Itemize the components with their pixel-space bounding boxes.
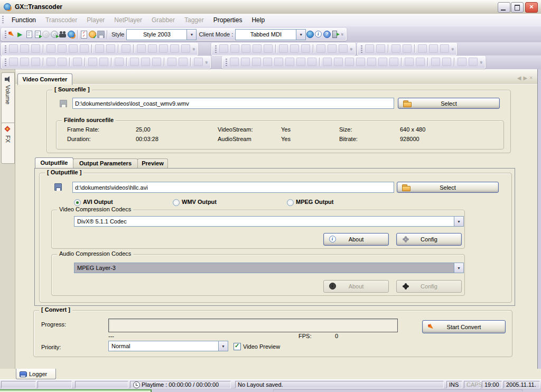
shield-check-icon[interactable]	[88, 30, 97, 39]
document-icon[interactable]	[25, 30, 33, 39]
tab-preview[interactable]: Preview	[137, 158, 168, 169]
audiostream-label: AudioStream	[218, 136, 251, 142]
style-label: Style	[109, 31, 126, 38]
sourcefile-select-button[interactable]: Select	[398, 98, 500, 109]
priority-dropdown-arrow-icon[interactable]: ▼	[218, 341, 228, 351]
menu-netplayer[interactable]: NetPlayer	[109, 15, 147, 25]
toolbar-overflow-chevron[interactable]: »	[191, 48, 197, 50]
save-icon[interactable]	[97, 30, 105, 39]
mpeg-output-label[interactable]: MPEG Output	[296, 199, 334, 205]
internet-icon[interactable]	[306, 30, 314, 39]
sourcefile-group-label: [ Sourcefile ]	[52, 86, 92, 92]
toolbar-separator	[91, 44, 92, 53]
menu-tagger[interactable]: Tagger	[180, 15, 209, 25]
toolbar-separator	[164, 58, 165, 66]
folder-icon	[402, 183, 411, 192]
toolbar-overflow-chevron[interactable]: »	[450, 48, 455, 50]
sidebar-volume-label: Volume	[5, 85, 11, 105]
secondary-toolbar: » » »	[0, 42, 541, 55]
tab-nav-icons[interactable]: ◀▶×	[517, 75, 535, 81]
mpeg-output-radio[interactable]	[287, 199, 294, 206]
sidebar-item-volume[interactable]: Volume	[1, 72, 15, 124]
video-preview-checkbox[interactable]	[234, 343, 241, 350]
menu-function[interactable]: Function	[7, 15, 41, 25]
disabled-tool-icon	[316, 44, 325, 53]
minimize-button[interactable]	[498, 2, 510, 13]
cd-rip-icon[interactable]	[50, 30, 59, 39]
bottom-tab-band	[0, 369, 541, 379]
help-icon[interactable]	[323, 30, 331, 39]
web-media-icon[interactable]	[67, 30, 76, 39]
video-codec-combobox[interactable]: DivX® 5.1.1 Codec ▼	[74, 216, 464, 227]
style-dropdown-arrow-icon[interactable]: ▼	[186, 30, 196, 40]
bitrate-value: 928000	[400, 136, 419, 142]
restore-button[interactable]	[511, 2, 524, 13]
logger-tab-label: Logger	[29, 371, 47, 377]
disabled-tool-icon	[230, 58, 239, 66]
video-codec-about-button[interactable]: About	[323, 233, 389, 246]
avi-output-radio[interactable]	[74, 199, 81, 206]
tab-outputfile[interactable]: Outputfile	[35, 157, 73, 169]
wmv-output-label[interactable]: WMV Output	[182, 199, 217, 205]
prev-tab-icon: ◀	[517, 75, 524, 81]
audio-codec-dropdown-arrow-icon[interactable]: ▼	[454, 263, 463, 273]
sidebar-item-fx[interactable]: FX	[1, 123, 15, 164]
toolbar-separator	[427, 58, 428, 66]
outputfile-save-icon	[54, 183, 62, 191]
client-mode-dropdown-arrow-icon[interactable]: ▼	[296, 30, 305, 40]
exit-icon[interactable]	[331, 30, 340, 39]
disabled-tool-icon	[418, 44, 427, 53]
frame-rate-value: 25,00	[136, 126, 151, 133]
outputfile-select-button[interactable]: Select	[397, 182, 499, 193]
toolbar-overflow-chevron[interactable]: »	[349, 48, 354, 50]
menu-help[interactable]: Help	[247, 15, 269, 25]
audio-codec-combobox[interactable]: MPEG Layer-3 ▼	[74, 263, 464, 273]
video-codec-config-button[interactable]: Config	[396, 233, 462, 246]
status-ins-indicator: INS	[446, 381, 462, 388]
toolbar-overflow-chevron[interactable]: »	[204, 61, 209, 63]
play-icon[interactable]	[16, 30, 25, 39]
toolbar-separator	[126, 58, 127, 66]
menu-properties[interactable]: Properties	[209, 15, 247, 25]
disabled-tool-icon	[141, 58, 150, 66]
video-codec-dropdown-arrow-icon[interactable]: ▼	[454, 217, 463, 226]
open-file-icon[interactable]	[33, 30, 42, 39]
cd-icon[interactable]	[42, 30, 50, 39]
info-icon[interactable]	[314, 30, 323, 39]
disabled-tool-icon	[219, 44, 228, 53]
duration-label: Duration:	[67, 136, 91, 142]
avi-output-label[interactable]: AVI Output	[83, 199, 113, 205]
menu-transcoder[interactable]: Transcoder	[41, 15, 82, 25]
disabled-tool-icon	[9, 44, 18, 53]
tab-logger[interactable]: Logger	[16, 369, 56, 379]
toolbar-overflow-chevron[interactable]: »	[479, 61, 484, 63]
outputfile-path-input[interactable]	[72, 182, 394, 193]
client-mode-combobox[interactable]: Tabbed MDI ▼	[235, 29, 306, 40]
options-checklist-icon[interactable]	[80, 30, 88, 39]
disabled-tool-icon	[137, 44, 146, 53]
video-preview-label[interactable]: Video Preview	[243, 343, 280, 350]
menu-grabber[interactable]: Grabber	[147, 15, 180, 25]
next-tab-icon: ▶	[523, 75, 529, 81]
video-capture-icon[interactable]	[59, 30, 67, 39]
tab-video-converter[interactable]: Video Converter	[17, 73, 72, 85]
close-tab-icon: ×	[529, 75, 535, 81]
transcode-icon[interactable]	[8, 30, 16, 39]
sourcefile-path-input[interactable]	[72, 98, 394, 109]
menu-player[interactable]: Player	[82, 15, 109, 25]
status-playtime-panel: Playtime : 00:00:00 / 00:00:00	[130, 381, 231, 388]
toolbar-separator	[43, 44, 44, 53]
disabled-tool-icon	[264, 44, 273, 53]
toolbar-overflow-chevron[interactable]: »	[340, 33, 345, 35]
tab-output-parameters[interactable]: Output Parameters	[73, 158, 138, 169]
wmv-output-radio[interactable]	[173, 199, 180, 206]
disabled-tool-icon	[130, 58, 139, 66]
priority-combobox[interactable]: Normal ▼	[108, 341, 228, 351]
style-combobox[interactable]: Style 2003 ▼	[126, 29, 197, 40]
info-icon	[329, 235, 337, 244]
frame-rate-label: Frame Rate:	[67, 126, 99, 133]
disabled-tool-icon	[416, 58, 425, 66]
close-button[interactable]: ×	[525, 2, 538, 13]
disabled-tool-icon	[431, 58, 440, 66]
start-convert-button[interactable]: Start Convert	[422, 320, 506, 333]
